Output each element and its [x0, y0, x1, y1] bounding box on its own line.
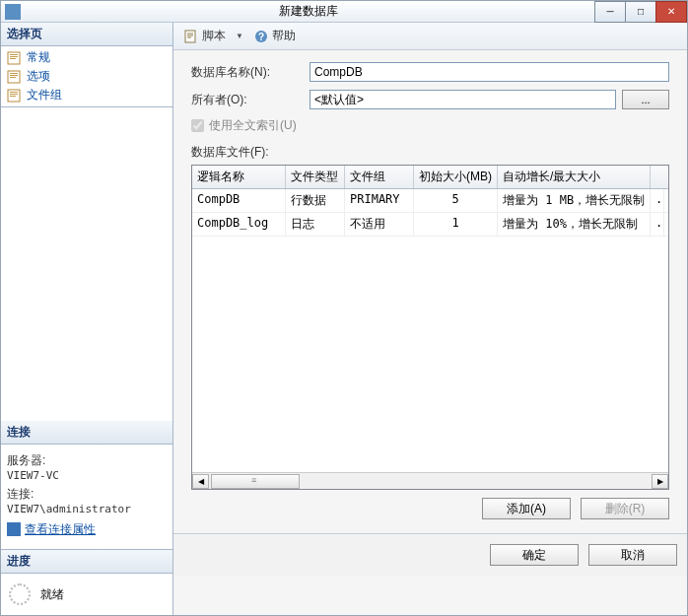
grid-body: CompDB 行数据 PRIMARY 5 增量为 1 MB，增长无限制 . Co… [192, 189, 668, 472]
connection-section: 连接 服务器: VIEW7-VC 连接: VIEW7\administrator… [1, 421, 172, 551]
progress-section: 进度 就绪 [1, 550, 172, 615]
select-page-header: 选择页 [1, 23, 172, 46]
ok-button[interactable]: 确定 [490, 544, 579, 566]
help-label: 帮助 [272, 28, 296, 44]
db-name-row: 数据库名称(N): [191, 62, 669, 82]
col-autogrowth[interactable]: 自动增长/最大大小 [498, 166, 651, 188]
table-row[interactable]: CompDB 行数据 PRIMARY 5 增量为 1 MB，增长无限制 . [192, 189, 668, 213]
cell-name[interactable]: CompDB [192, 189, 286, 212]
cell-growth[interactable]: 增量为 10%，增长无限制 [498, 213, 651, 236]
cell-filegroup[interactable]: 不适用 [345, 213, 414, 236]
page-icon [7, 89, 23, 103]
cell-name[interactable]: CompDB_log [192, 213, 286, 236]
close-button[interactable]: ✕ [655, 1, 687, 23]
left-spacer [1, 107, 172, 421]
owner-browse-button[interactable]: ... [622, 90, 669, 109]
page-icon [7, 70, 23, 84]
remove-button: 删除(R) [581, 498, 669, 519]
script-icon [183, 29, 199, 44]
owner-row: 所有者(O): ... [191, 90, 669, 109]
grid-actions: 添加(A) 删除(R) [191, 490, 669, 527]
server-label: 服务器: [7, 452, 167, 469]
conn-label: 连接: [7, 486, 167, 503]
page-icon [7, 51, 23, 65]
grid-header: 逻辑名称 文件类型 文件组 初始大小(MB) 自动增长/最大大小 [192, 166, 668, 189]
maximize-button[interactable]: □ [625, 1, 656, 23]
scroll-right-button[interactable]: ▶ [652, 474, 668, 489]
horizontal-scrollbar[interactable]: ◀ ▶ [192, 472, 668, 489]
files-grid[interactable]: 逻辑名称 文件类型 文件组 初始大小(MB) 自动增长/最大大小 CompDB … [191, 165, 669, 490]
cancel-button[interactable]: 取消 [588, 544, 677, 566]
col-filegroup[interactable]: 文件组 [345, 166, 414, 188]
svg-rect-10 [10, 94, 18, 95]
toolbar: 脚本 ▼ ? 帮助 [173, 23, 687, 50]
window-buttons: ─ □ ✕ [595, 1, 687, 23]
scroll-thumb[interactable] [211, 474, 300, 489]
progress-header: 进度 [1, 550, 172, 574]
svg-rect-12 [185, 31, 195, 42]
dialog-body: 选择页 常规 选项 文件组 [1, 23, 687, 615]
help-icon: ? [253, 29, 269, 44]
cell-size[interactable]: 1 [414, 213, 498, 236]
window: 新建数据库 ─ □ ✕ 选择页 常规 选项 [0, 0, 688, 616]
dialog-footer: 确定 取消 [173, 533, 687, 576]
cell-type[interactable]: 日志 [286, 213, 345, 236]
cell-type[interactable]: 行数据 [286, 189, 345, 212]
cell-filegroup[interactable]: PRIMARY [345, 189, 414, 212]
script-label: 脚本 [202, 28, 226, 44]
svg-rect-7 [10, 77, 16, 78]
owner-input[interactable] [310, 90, 616, 109]
col-logical-name[interactable]: 逻辑名称 [192, 166, 286, 188]
files-label: 数据库文件(F): [191, 144, 669, 161]
nav-item-filegroups[interactable]: 文件组 [1, 86, 172, 104]
server-value: VIEW7-VC [7, 469, 167, 482]
left-panel: 选择页 常规 选项 文件组 [1, 23, 173, 615]
cell-size[interactable]: 5 [414, 189, 498, 212]
connection-body: 服务器: VIEW7-VC 连接: VIEW7\administrator 查看… [1, 445, 172, 550]
svg-rect-3 [10, 58, 16, 59]
progress-body: 就绪 [1, 574, 172, 615]
fulltext-label: 使用全文索引(U) [209, 117, 297, 134]
connection-header: 连接 [1, 421, 172, 445]
svg-text:?: ? [258, 32, 264, 42]
db-name-input[interactable] [310, 62, 669, 82]
nav-item-options[interactable]: 选项 [1, 67, 172, 86]
link-label: 查看连接属性 [25, 521, 96, 538]
nav-item-general[interactable]: 常规 [1, 48, 172, 67]
chevron-down-icon[interactable]: ▼ [236, 32, 243, 40]
right-panel: 脚本 ▼ ? 帮助 数据库名称(N): 所有者(O): ... [173, 23, 687, 615]
svg-rect-5 [10, 73, 18, 74]
cell-growth[interactable]: 增量为 1 MB，增长无限制 [498, 189, 651, 212]
col-initial-size[interactable]: 初始大小(MB) [414, 166, 498, 188]
fulltext-row: 使用全文索引(U) [191, 117, 669, 134]
svg-rect-6 [10, 75, 18, 76]
help-button[interactable]: ? 帮助 [249, 26, 300, 46]
add-button[interactable]: 添加(A) [482, 498, 571, 519]
scroll-left-button[interactable]: ◀ [192, 474, 209, 489]
nav-label: 文件组 [27, 87, 62, 103]
script-button[interactable]: 脚本 [179, 26, 230, 46]
form-area: 数据库名称(N): 所有者(O): ... 使用全文索引(U) 数据库文件(F)… [173, 50, 687, 533]
nav-label: 常规 [27, 49, 50, 66]
window-title: 新建数据库 [21, 3, 595, 20]
svg-rect-9 [10, 92, 18, 93]
properties-icon [7, 522, 21, 536]
fulltext-checkbox [191, 119, 204, 132]
scroll-track[interactable] [209, 474, 652, 489]
view-connection-props-link[interactable]: 查看连接属性 [7, 521, 96, 538]
conn-value: VIEW7\administrator [7, 503, 167, 515]
progress-status: 就绪 [40, 586, 64, 603]
table-row[interactable]: CompDB_log 日志 不适用 1 增量为 10%，增长无限制 . [192, 213, 668, 237]
col-file-type[interactable]: 文件类型 [286, 166, 345, 188]
owner-label: 所有者(O): [191, 92, 310, 108]
titlebar[interactable]: 新建数据库 ─ □ ✕ [1, 1, 687, 23]
nav-label: 选项 [27, 68, 50, 85]
db-name-label: 数据库名称(N): [191, 64, 310, 81]
minimize-button[interactable]: ─ [594, 1, 626, 23]
select-page-section: 选择页 常规 选项 文件组 [1, 23, 172, 107]
svg-rect-11 [10, 96, 16, 97]
cell-growth-browse[interactable]: . [651, 189, 664, 212]
cell-growth-browse[interactable]: . [651, 213, 664, 236]
app-icon [5, 4, 21, 20]
svg-rect-2 [10, 56, 18, 57]
